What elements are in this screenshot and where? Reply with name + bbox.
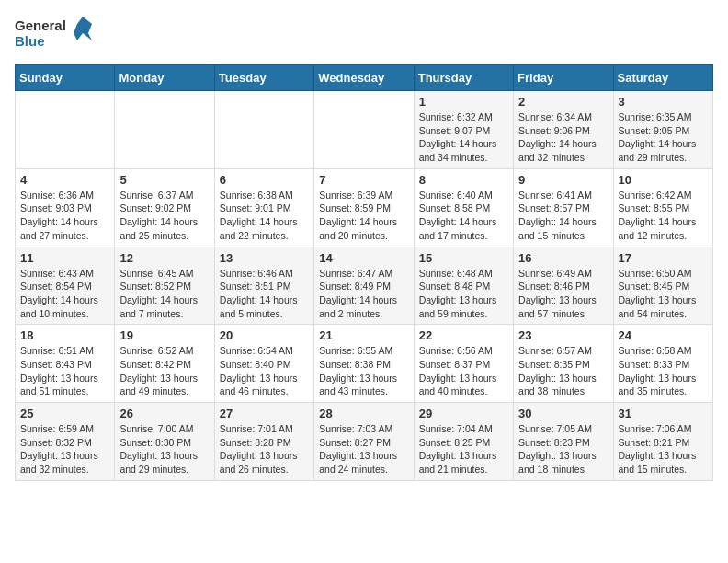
day-info: Sunrise: 6:56 AM Sunset: 8:37 PM Dayligh… — [419, 344, 508, 398]
day-info: Sunrise: 6:51 AM Sunset: 8:43 PM Dayligh… — [20, 344, 109, 398]
calendar-cell: 5Sunrise: 6:37 AM Sunset: 9:02 PM Daylig… — [115, 168, 214, 247]
calendar-cell: 23Sunrise: 6:57 AM Sunset: 8:35 PM Dayli… — [514, 325, 613, 403]
calendar-cell: 13Sunrise: 6:46 AM Sunset: 8:51 PM Dayli… — [214, 247, 313, 325]
calendar-cell: 31Sunrise: 7:06 AM Sunset: 8:21 PM Dayli… — [613, 403, 712, 481]
day-info: Sunrise: 6:40 AM Sunset: 8:58 PM Dayligh… — [419, 189, 508, 243]
day-info: Sunrise: 6:46 AM Sunset: 8:51 PM Dayligh… — [220, 267, 309, 321]
calendar-cell: 18Sunrise: 6:51 AM Sunset: 8:43 PM Dayli… — [16, 325, 115, 403]
day-info: Sunrise: 6:34 AM Sunset: 9:06 PM Dayligh… — [518, 110, 608, 165]
logo: General Blue — [15, 15, 97, 53]
day-number: 3 — [619, 95, 708, 109]
day-number: 19 — [119, 328, 209, 342]
day-info: Sunrise: 6:32 AM Sunset: 9:07 PM Dayligh… — [419, 110, 508, 165]
day-number: 20 — [220, 328, 309, 342]
day-info: Sunrise: 6:39 AM Sunset: 8:59 PM Dayligh… — [319, 189, 408, 243]
calendar-cell: 26Sunrise: 7:00 AM Sunset: 8:30 PM Dayli… — [115, 403, 214, 481]
calendar-cell: 25Sunrise: 6:59 AM Sunset: 8:32 PM Dayli… — [16, 403, 115, 481]
day-number: 27 — [220, 407, 309, 420]
day-number: 7 — [319, 173, 408, 187]
calendar-cell: 22Sunrise: 6:56 AM Sunset: 8:37 PM Dayli… — [414, 325, 513, 403]
day-number: 18 — [20, 328, 109, 342]
svg-marker-2 — [74, 17, 92, 40]
day-info: Sunrise: 6:55 AM Sunset: 8:38 PM Dayligh… — [319, 344, 408, 398]
calendar-cell: 2Sunrise: 6:34 AM Sunset: 9:06 PM Daylig… — [514, 91, 613, 169]
calendar-cell: 10Sunrise: 6:42 AM Sunset: 8:55 PM Dayli… — [613, 168, 712, 247]
day-number: 1 — [419, 95, 508, 109]
day-number: 31 — [619, 407, 708, 420]
day-info: Sunrise: 7:05 AM Sunset: 8:23 PM Dayligh… — [518, 422, 608, 477]
svg-text:General: General — [15, 17, 66, 33]
calendar-cell: 20Sunrise: 6:54 AM Sunset: 8:40 PM Dayli… — [214, 325, 313, 403]
day-number: 5 — [119, 173, 209, 187]
calendar-cell: 15Sunrise: 6:48 AM Sunset: 8:48 PM Dayli… — [414, 247, 513, 325]
day-number: 9 — [518, 173, 608, 187]
day-number: 21 — [319, 328, 408, 342]
day-info: Sunrise: 6:43 AM Sunset: 8:54 PM Dayligh… — [20, 267, 109, 321]
calendar-cell — [115, 91, 214, 169]
day-number: 16 — [518, 251, 608, 265]
day-number: 2 — [518, 95, 608, 109]
calendar-cell: 14Sunrise: 6:47 AM Sunset: 8:49 PM Dayli… — [314, 247, 414, 325]
day-info: Sunrise: 7:06 AM Sunset: 8:21 PM Dayligh… — [619, 422, 708, 477]
day-info: Sunrise: 6:59 AM Sunset: 8:32 PM Dayligh… — [20, 422, 109, 477]
day-number: 11 — [20, 251, 109, 265]
weekday-header-row: SundayMondayTuesdayWednesdayThursdayFrid… — [16, 65, 713, 91]
day-info: Sunrise: 6:57 AM Sunset: 8:35 PM Dayligh… — [518, 344, 608, 398]
calendar-table: SundayMondayTuesdayWednesdayThursdayFrid… — [15, 64, 713, 481]
calendar-cell: 29Sunrise: 7:04 AM Sunset: 8:25 PM Dayli… — [414, 403, 513, 481]
calendar-cell: 7Sunrise: 6:39 AM Sunset: 8:59 PM Daylig… — [314, 168, 414, 247]
page-header: General Blue — [15, 15, 713, 53]
day-number: 23 — [518, 328, 608, 342]
day-info: Sunrise: 6:52 AM Sunset: 8:42 PM Dayligh… — [119, 344, 209, 398]
weekday-header-thursday: Thursday — [414, 65, 513, 91]
calendar-cell: 9Sunrise: 6:41 AM Sunset: 8:57 PM Daylig… — [514, 168, 613, 247]
week-row-2: 4Sunrise: 6:36 AM Sunset: 9:03 PM Daylig… — [16, 168, 713, 247]
day-info: Sunrise: 6:41 AM Sunset: 8:57 PM Dayligh… — [518, 189, 608, 243]
week-row-3: 11Sunrise: 6:43 AM Sunset: 8:54 PM Dayli… — [16, 247, 713, 325]
weekday-header-friday: Friday — [514, 65, 613, 91]
weekday-header-sunday: Sunday — [16, 65, 115, 91]
day-info: Sunrise: 6:42 AM Sunset: 8:55 PM Dayligh… — [619, 189, 708, 243]
calendar-cell: 28Sunrise: 7:03 AM Sunset: 8:27 PM Dayli… — [314, 403, 414, 481]
day-info: Sunrise: 7:01 AM Sunset: 8:28 PM Dayligh… — [220, 422, 309, 477]
weekday-header-tuesday: Tuesday — [214, 65, 313, 91]
day-number: 15 — [419, 251, 508, 265]
day-info: Sunrise: 6:45 AM Sunset: 8:52 PM Dayligh… — [119, 267, 209, 321]
day-number: 25 — [20, 407, 109, 420]
weekday-header-wednesday: Wednesday — [314, 65, 414, 91]
calendar-cell — [214, 91, 313, 169]
day-info: Sunrise: 7:04 AM Sunset: 8:25 PM Dayligh… — [419, 422, 508, 477]
day-info: Sunrise: 6:49 AM Sunset: 8:46 PM Dayligh… — [518, 267, 608, 321]
day-info: Sunrise: 6:35 AM Sunset: 9:05 PM Dayligh… — [619, 110, 708, 165]
day-info: Sunrise: 6:37 AM Sunset: 9:02 PM Dayligh… — [119, 189, 209, 243]
day-number: 13 — [220, 251, 309, 265]
day-number: 12 — [119, 251, 209, 265]
calendar-cell: 6Sunrise: 6:38 AM Sunset: 9:01 PM Daylig… — [214, 168, 313, 247]
calendar-cell — [16, 91, 115, 169]
day-number: 22 — [419, 328, 508, 342]
day-info: Sunrise: 7:03 AM Sunset: 8:27 PM Dayligh… — [319, 422, 408, 477]
calendar-cell: 8Sunrise: 6:40 AM Sunset: 8:58 PM Daylig… — [414, 168, 513, 247]
calendar-cell: 19Sunrise: 6:52 AM Sunset: 8:42 PM Dayli… — [115, 325, 214, 403]
day-number: 8 — [419, 173, 508, 187]
calendar-cell: 1Sunrise: 6:32 AM Sunset: 9:07 PM Daylig… — [414, 91, 513, 169]
calendar-cell: 27Sunrise: 7:01 AM Sunset: 8:28 PM Dayli… — [214, 403, 313, 481]
day-number: 30 — [518, 407, 608, 420]
day-number: 4 — [20, 173, 109, 187]
calendar-cell: 16Sunrise: 6:49 AM Sunset: 8:46 PM Dayli… — [514, 247, 613, 325]
day-number: 10 — [619, 173, 708, 187]
day-number: 24 — [619, 328, 708, 342]
week-row-5: 25Sunrise: 6:59 AM Sunset: 8:32 PM Dayli… — [16, 403, 713, 481]
logo-svg: General Blue — [15, 15, 97, 53]
day-info: Sunrise: 6:36 AM Sunset: 9:03 PM Dayligh… — [20, 189, 109, 243]
day-info: Sunrise: 6:48 AM Sunset: 8:48 PM Dayligh… — [419, 267, 508, 321]
calendar-cell — [314, 91, 414, 169]
calendar-cell: 11Sunrise: 6:43 AM Sunset: 8:54 PM Dayli… — [16, 247, 115, 325]
calendar-cell: 30Sunrise: 7:05 AM Sunset: 8:23 PM Dayli… — [514, 403, 613, 481]
calendar-cell: 17Sunrise: 6:50 AM Sunset: 8:45 PM Dayli… — [613, 247, 712, 325]
weekday-header-saturday: Saturday — [613, 65, 712, 91]
day-number: 14 — [319, 251, 408, 265]
week-row-1: 1Sunrise: 6:32 AM Sunset: 9:07 PM Daylig… — [16, 91, 713, 169]
day-info: Sunrise: 6:38 AM Sunset: 9:01 PM Dayligh… — [220, 189, 309, 243]
calendar-cell: 21Sunrise: 6:55 AM Sunset: 8:38 PM Dayli… — [314, 325, 414, 403]
